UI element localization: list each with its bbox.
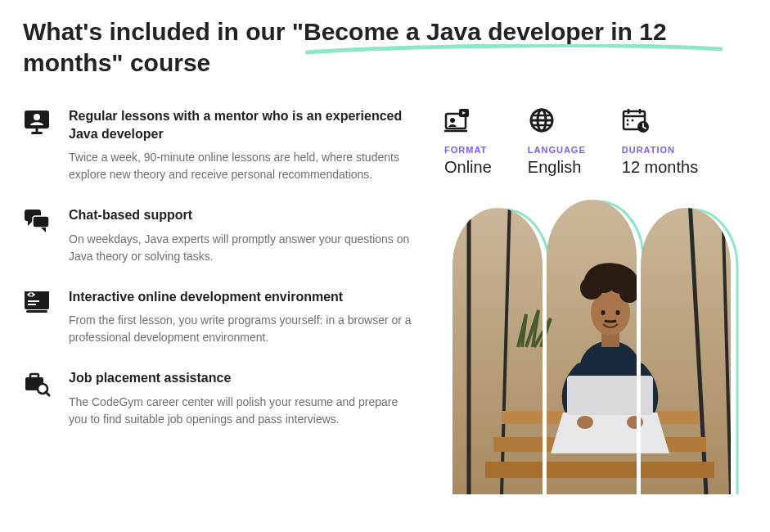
- meta-value: 12 months: [622, 158, 698, 177]
- info-column: FORMAT Online LANGUAGE English: [444, 107, 747, 494]
- svg-point-47: [601, 310, 606, 315]
- meta-label: LANGUAGE: [528, 145, 586, 155]
- meta-value: Online: [444, 158, 492, 177]
- svg-point-16: [450, 118, 455, 123]
- feature-desc: On weekdays, Java experts will promptly …: [69, 231, 412, 265]
- globe-icon: [528, 107, 556, 133]
- svg-point-1: [34, 114, 40, 120]
- meta-language: LANGUAGE English: [528, 107, 586, 177]
- svg-rect-8: [28, 300, 39, 302]
- feature-mentor: Regular lessons with a mentor who is an …: [23, 107, 412, 183]
- chat-icon: [23, 206, 51, 234]
- feature-title: Regular lessons with a mentor who is an …: [69, 107, 412, 142]
- page-title-text: What's included in our "Become a Java de…: [23, 18, 667, 76]
- feature-ide: Interactive online development environme…: [23, 288, 412, 347]
- briefcase-search-icon: [23, 369, 51, 397]
- svg-point-29: [631, 119, 633, 122]
- format-icon: [444, 107, 472, 133]
- svg-line-14: [46, 392, 49, 395]
- svg-rect-40: [567, 376, 653, 415]
- svg-rect-3: [31, 132, 43, 134]
- svg-point-30: [626, 124, 628, 126]
- feature-chat: Chat-based support On weekdays, Java exp…: [23, 206, 412, 265]
- feature-desc: From the first lesson, you write program…: [69, 312, 412, 346]
- meta-label: FORMAT: [444, 145, 492, 155]
- meta-duration: DURATION 12 months: [622, 107, 698, 177]
- page-title: What's included in our "Become a Java de…: [23, 16, 735, 78]
- calendar-clock-icon: [622, 107, 650, 133]
- ide-icon: [23, 288, 51, 316]
- svg-rect-38: [485, 462, 714, 478]
- svg-point-49: [577, 416, 593, 429]
- feature-desc: Twice a week, 90-minute online lessons a…: [69, 149, 412, 183]
- meta-label: DURATION: [622, 145, 698, 155]
- svg-point-50: [627, 416, 643, 429]
- meta-format: FORMAT Online: [444, 107, 492, 177]
- feature-title: Interactive online development environme…: [69, 288, 412, 306]
- feature-job: Job placement assistance The CodeGym car…: [23, 369, 412, 428]
- svg-rect-10: [26, 310, 47, 313]
- course-meta: FORMAT Online LANGUAGE English: [444, 107, 747, 177]
- hero-photo: [444, 200, 747, 494]
- svg-point-48: [616, 310, 620, 315]
- svg-point-28: [626, 119, 628, 122]
- features-column: Regular lessons with a mentor who is an …: [23, 107, 412, 494]
- title-underline-decoration: [305, 44, 723, 56]
- mentor-icon: [23, 107, 51, 135]
- feature-title: Job placement assistance: [69, 369, 412, 387]
- svg-point-46: [619, 283, 639, 303]
- feature-title: Chat-based support: [69, 206, 412, 224]
- svg-rect-9: [28, 304, 36, 305]
- feature-desc: The CodeGym career center will polish yo…: [69, 394, 412, 428]
- svg-rect-5: [33, 216, 49, 228]
- meta-value: English: [528, 158, 586, 177]
- svg-rect-12: [30, 374, 38, 378]
